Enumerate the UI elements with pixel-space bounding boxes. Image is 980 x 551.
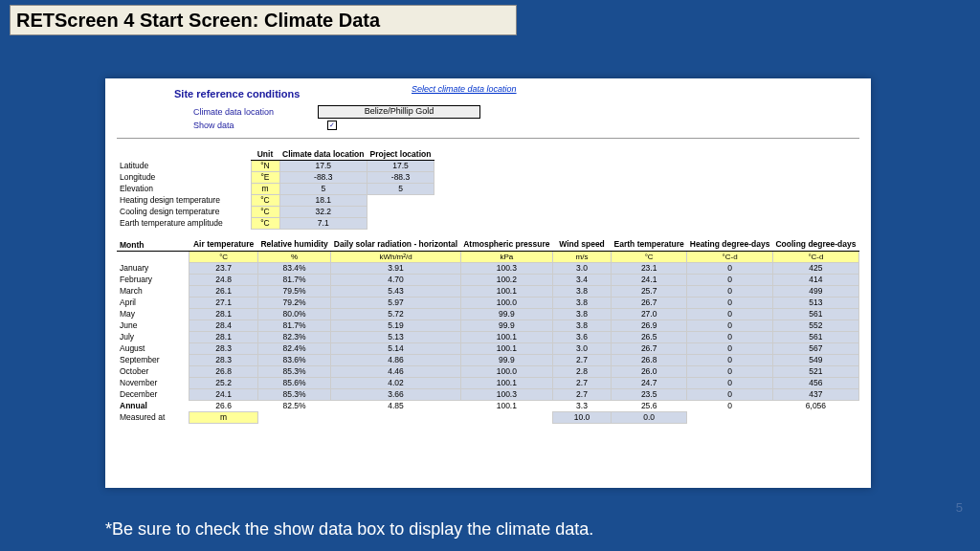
annual-cell: 100.1 (460, 400, 552, 411)
param-val-climate: 17.5 (279, 160, 368, 171)
measured-label: Measured at (117, 411, 189, 423)
cell: 5.97 (331, 297, 460, 308)
param-val-climate: 18.1 (279, 194, 368, 206)
cell: March (117, 285, 189, 297)
measured-val: 0.0 (612, 411, 687, 423)
monthly-col-header: Atmospheric pressure (460, 239, 552, 252)
cell: 26.0 (612, 365, 687, 377)
param-val-climate: 32.2 (279, 206, 368, 217)
show-data-checkbox[interactable]: ✓ (327, 121, 337, 130)
cell: 0 (687, 354, 773, 365)
cell: 25.7 (612, 285, 687, 297)
table-row: November25.285.6%4.02100.12.724.70456 (117, 377, 859, 388)
cell: 24.1 (612, 274, 687, 285)
cell: 100.3 (460, 388, 552, 400)
page-number: 5 (956, 500, 963, 515)
slide-title-bar: RETScreen 4 Start Screen: Climate Data (10, 5, 517, 35)
cell: 82.3% (257, 331, 330, 342)
annual-cell: 0 (687, 400, 773, 411)
cell: 85.3% (257, 365, 330, 377)
cell: 24.8 (189, 274, 258, 285)
cell: 5.19 (331, 320, 460, 331)
cell: 28.4 (189, 320, 258, 331)
cell: 4.86 (331, 354, 460, 365)
annual-cell: 6,056 (772, 400, 858, 411)
cell: 0 (687, 331, 773, 342)
table-row: August28.382.4%5.14100.13.026.70567 (117, 342, 859, 354)
cell: 100.0 (460, 297, 552, 308)
unit-cell (117, 251, 189, 262)
project-loc-header: Project location (368, 148, 434, 160)
cell: 456 (772, 377, 858, 388)
cell: 561 (772, 331, 858, 342)
cell: 3.8 (552, 320, 611, 331)
cell: 85.3% (257, 388, 330, 400)
cell: 3.4 (552, 274, 611, 285)
unit-cell: °C (612, 251, 687, 262)
cell: October (117, 365, 189, 377)
cell: 100.1 (460, 342, 552, 354)
cell: 28.3 (189, 342, 258, 354)
param-label: Longitude (117, 171, 251, 183)
cell: 100.1 (460, 331, 552, 342)
cell: 81.7% (257, 274, 330, 285)
cell: 0 (687, 308, 773, 320)
unit-cell: m/s (552, 251, 611, 262)
cell: 79.2% (257, 297, 330, 308)
cell: 5.13 (331, 331, 460, 342)
select-location-link[interactable]: Select climate data location (412, 84, 517, 94)
table-row: May28.180.0%5.7299.93.827.00561 (117, 308, 859, 320)
monthly-col-header: Air temperature (189, 239, 258, 252)
param-unit: °N (251, 160, 279, 171)
param-row: Latitude °N 17.5 17.5 (117, 160, 434, 171)
annual-cell: 82.5% (257, 400, 330, 411)
cell: 99.9 (460, 308, 552, 320)
cell: 4.46 (331, 365, 460, 377)
cell: 3.0 (552, 262, 611, 274)
param-label: Heating design temperature (117, 194, 251, 206)
param-row: Longitude °E -88.3 -88.3 (117, 171, 434, 183)
cell: 25.2 (189, 377, 258, 388)
unit-cell: % (257, 251, 330, 262)
param-label: Elevation (117, 183, 251, 194)
cell: 28.1 (189, 331, 258, 342)
annual-cell: Annual (117, 400, 189, 411)
unit-cell: kWh/m²/d (331, 251, 460, 262)
cell: 3.0 (552, 342, 611, 354)
cell: 2.8 (552, 365, 611, 377)
param-label: Cooling design temperature (117, 206, 251, 217)
cell: November (117, 377, 189, 388)
cell: 26.7 (612, 342, 687, 354)
monthly-col-header: Cooling degree-days (772, 239, 858, 252)
cell: 0 (687, 365, 773, 377)
unit-header: Unit (251, 148, 279, 160)
cell: 80.0% (257, 308, 330, 320)
location-value[interactable]: Belize/Phillip Gold (318, 105, 480, 119)
cell: 414 (772, 274, 858, 285)
cell: 3.8 (552, 297, 611, 308)
table-row: September28.383.6%4.8699.92.726.80549 (117, 354, 859, 365)
cell: 3.8 (552, 285, 611, 297)
climate-loc-header: Climate data location (279, 148, 368, 160)
cell: 3.6 (552, 331, 611, 342)
table-row: June28.481.7%5.1999.93.826.90552 (117, 320, 859, 331)
cell: 27.1 (189, 297, 258, 308)
cell: February (117, 274, 189, 285)
cell: 3.66 (331, 388, 460, 400)
cell: 0 (687, 320, 773, 331)
cell: 561 (772, 308, 858, 320)
param-val-project (368, 217, 434, 229)
monthly-col-header: Month (117, 239, 189, 252)
param-label: Latitude (117, 160, 251, 171)
cell: 23.5 (612, 388, 687, 400)
cell: 0 (687, 274, 773, 285)
cell: 99.9 (460, 354, 552, 365)
cell: 513 (772, 297, 858, 308)
cell: 23.1 (612, 262, 687, 274)
slide-title: RETScreen 4 Start Screen: Climate Data (16, 10, 380, 32)
cell: 552 (772, 320, 858, 331)
cell: 0 (687, 388, 773, 400)
cell: 5.43 (331, 285, 460, 297)
param-unit: °C (251, 194, 279, 206)
monthly-col-header: Daily solar radiation - horizontal (331, 239, 460, 252)
